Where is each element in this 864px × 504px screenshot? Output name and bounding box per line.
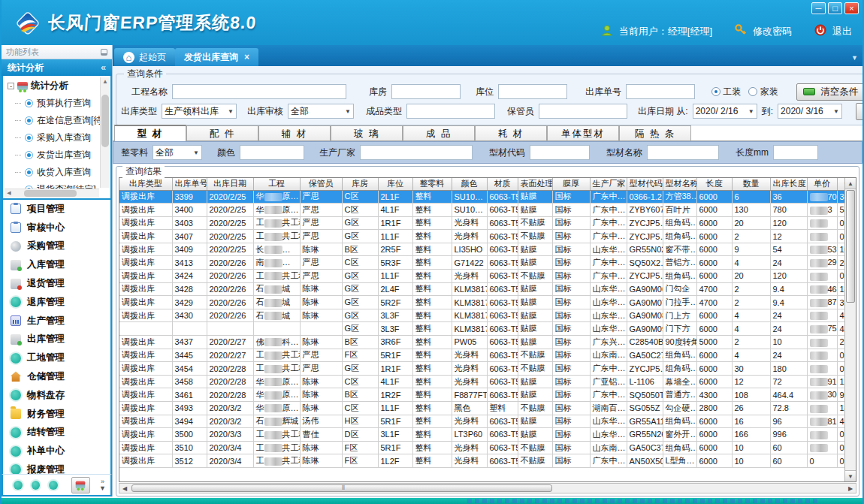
sidebar-item-cart-green[interactable]: 入库管理 [3, 255, 110, 274]
tab-shipment-out-query[interactable]: 发货出库查询 × [175, 48, 258, 66]
sidebar-item-circle[interactable]: 物料盘存 [3, 386, 110, 405]
category-tab[interactable]: 型 材 [114, 125, 186, 141]
date-to-select[interactable]: 2020/ 3/16▼ [778, 104, 842, 119]
column-header[interactable]: 颜色 [452, 178, 487, 190]
column-header[interactable]: 数量 [732, 178, 770, 190]
table-row[interactable]: 调拨出库34072020/2/25工共工程严思G区1L1F整料光身料6063-T… [119, 230, 844, 243]
column-header[interactable]: 长度 [696, 178, 732, 190]
table-row[interactable]: 调拨出库35002020/3/3工共工程曹佳D区3L1F整料LT3P606063… [119, 428, 844, 442]
grid-horizontal-scrollbar[interactable]: ◀ ▶ [119, 483, 856, 493]
table-row[interactable]: 调拨出库34282020/2/26石城陈琳G区2L4F整料KLM38176063… [119, 282, 844, 296]
expand-chevrons[interactable]: » ▼ [99, 478, 106, 492]
table-row[interactable]: 调拨出库34302020/2/26石城陈琳G区3L3F整料KLM38176063… [119, 309, 844, 322]
column-header[interactable]: 工程 [253, 178, 300, 190]
out-type-select[interactable]: 生产领料出库▼ [162, 104, 237, 119]
project-name-input[interactable] [172, 84, 346, 99]
category-tab[interactable]: 成 品 [403, 125, 475, 140]
sidebar-item-cart-gray[interactable]: 采购管理 [3, 237, 110, 256]
maximize-button[interactable]: □ [828, 2, 842, 14]
sidebar-item-chart[interactable]: 生产管理 [3, 312, 110, 330]
category-tab[interactable]: 玻 璃 [331, 125, 403, 140]
sidebar-item-folder[interactable]: 财务管理 [3, 405, 110, 424]
sidebar-item-circle[interactable]: 报废管理 [3, 460, 110, 474]
product-type-input[interactable] [406, 104, 495, 119]
tree-item[interactable]: 收货入库查询 [3, 164, 110, 181]
tree-expander-icon[interactable]: - [8, 83, 14, 89]
table-row[interactable]: 调拨出库34942020/3/2石辉城汤伟H区5R1F整料光身料6063-T5贴… [119, 415, 844, 428]
change-password-link[interactable]: 修改密码 [753, 25, 792, 38]
column-header[interactable]: 出库单号 [172, 178, 207, 190]
radio-jiazhuang[interactable]: 家装 [748, 86, 778, 98]
sidebar-item-clipboard[interactable]: 审核中心 [3, 219, 110, 237]
quick-icon-3[interactable] [49, 481, 58, 490]
tree-vertical-scrollbar[interactable]: ▲ [100, 77, 110, 188]
tree-item[interactable]: 预算执行查询 [3, 95, 110, 112]
table-row[interactable]: 调拨出库34452020/2/27工共工程严思F区5R1F整料光身料6063-T… [119, 349, 844, 362]
tree-item[interactable]: 在途信息查询[待 [3, 112, 110, 129]
search-button[interactable]: 查 询 [856, 103, 864, 120]
sidebar-item-clipboard[interactable]: 项目管理 [3, 200, 110, 219]
quick-icon-1[interactable] [14, 481, 23, 490]
keeper-input[interactable] [539, 104, 627, 119]
table-row[interactable]: 调拨出库34582020/2/28华原…陈琳C区4L1F整料光身料6063-T5… [119, 375, 844, 388]
table-row[interactable]: 调拨出库34132020/2/26南…严思C区5R3F整料G714226063-… [119, 256, 844, 270]
table-row[interactable]: 调拨出库33992020/2/25华原…严思C区2L1F整料SU10…6063-… [119, 190, 844, 204]
whole-part-select[interactable]: 全部▼ [153, 145, 202, 160]
column-header[interactable]: 型材名称 [663, 178, 696, 190]
collapse-panel-button[interactable]: « [101, 59, 106, 76]
cart-quick-button[interactable] [71, 477, 90, 493]
table-row[interactable]: 调拨出库35102020/3/4工共工程陈琳F区5R1F整料光身料6063-T5… [119, 441, 844, 454]
logout-link[interactable]: 退出 [832, 25, 852, 38]
column-header[interactable]: 出库类型 [119, 178, 172, 190]
category-tab[interactable]: 单体型材 [547, 125, 619, 140]
profile-name-input[interactable] [647, 145, 719, 160]
table-row[interactable]: 调拨出库34542020/2/28工共工程严思G区1R1F整料光身料6063-T… [119, 362, 844, 376]
column-header[interactable]: 材质 [487, 178, 518, 190]
sidebar-item-cart-green[interactable]: 出库管理 [3, 330, 110, 349]
table-row[interactable]: 调拨出库34292020/2/26石城陈琳G区5R2F整料KLM38176063… [119, 296, 844, 309]
scroll-down-icon[interactable]: ▼ [845, 470, 856, 481]
pin-icon[interactable] [101, 49, 107, 56]
category-tab[interactable]: 辅 材 [258, 125, 331, 140]
table-row[interactable]: 调拨出库34932020/3/2华原…陈琳C区1L1F整料黑色塑料不贴膜国标湖南… [119, 402, 844, 415]
order-no-input[interactable] [626, 84, 695, 99]
column-header[interactable]: 膜厚 [552, 178, 590, 190]
table-row[interactable]: 调拨出库34002020/2/25华原…严思C区4L1F整料SU10…6063-… [119, 204, 844, 217]
tree-item[interactable]: 退库管理[待定 [3, 198, 110, 200]
table-row[interactable]: 调拨出库35122020/3/4工共工程陈琳F区1L2F整料光身料6063-T5… [119, 454, 844, 468]
column-header[interactable]: 表面处理 [518, 178, 552, 190]
tree-horizontal-scrollbar[interactable]: ◀ [5, 189, 99, 198]
sidebar-item-circle[interactable]: 补单中心 [3, 442, 110, 460]
category-tab[interactable]: 隔 热 条 [619, 125, 691, 140]
table-row[interactable]: 调拨出库34032020/2/25工共工程严思G区1R1F整料光身料6063-T… [119, 216, 844, 230]
tab-list-dropdown-icon[interactable]: ▼ [851, 54, 858, 62]
column-header[interactable]: 保管员 [300, 178, 342, 190]
manufacturer-input[interactable] [360, 145, 473, 160]
category-tab[interactable]: 配 件 [186, 125, 258, 140]
close-button[interactable]: × [844, 2, 859, 14]
warehouse-input[interactable] [391, 84, 461, 99]
date-from-select[interactable]: 2020/ 2/16▼ [693, 104, 757, 119]
length-input[interactable] [773, 145, 818, 160]
out-audit-select[interactable]: 全部▼ [288, 104, 354, 119]
table-row[interactable]: 调拨出库34242020/2/26工共工程严思G区1L1F整料光身料6063-T… [119, 270, 844, 283]
sidebar-item-cart-red[interactable]: 退货管理 [3, 274, 110, 293]
scroll-up-icon[interactable]: ▲ [845, 178, 856, 189]
table-row[interactable]: 调拨出库34372020/2/27佛科…陈琳B区3R6F整料PW056063-T… [119, 336, 844, 349]
tab-home[interactable]: ⌂ 起始页 [114, 48, 175, 66]
radio-gongzhuang[interactable]: 工装 [711, 86, 741, 98]
vscroll-thumb[interactable] [846, 190, 855, 303]
table-row[interactable]: 调拨出库34612020/2/28华原…陈琳B区1R2F整料F8877FT606… [119, 388, 844, 402]
sidebar-item-circle[interactable]: 结转管理 [3, 423, 110, 442]
profile-code-input[interactable] [530, 145, 590, 160]
tree-root-item[interactable]: - 统计分析 [3, 76, 110, 95]
tree-item[interactable]: 采购入库查询 [3, 129, 110, 146]
column-header[interactable]: 库房 [342, 178, 378, 190]
clear-conditions-button[interactable]: 清空条件 [796, 83, 864, 101]
color-input[interactable] [240, 145, 304, 160]
column-header[interactable]: 出库日期 [207, 178, 253, 190]
quick-icon-2[interactable] [32, 481, 41, 490]
tab-close-icon[interactable]: × [244, 52, 249, 62]
tree-item[interactable]: 发货出库查询 [3, 146, 110, 164]
column-header[interactable]: 金 [837, 178, 844, 190]
